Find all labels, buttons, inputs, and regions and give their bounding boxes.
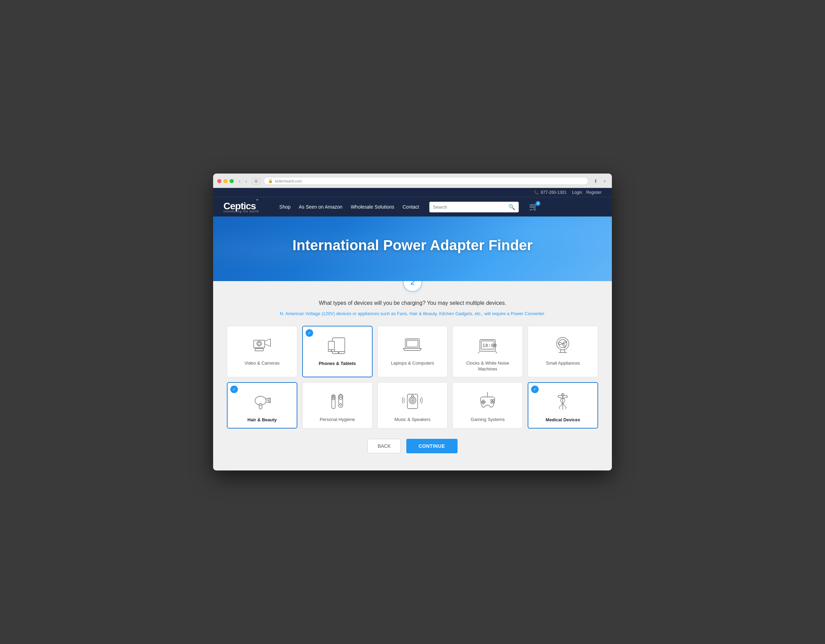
forward-button[interactable]: › bbox=[244, 178, 249, 185]
svg-point-43 bbox=[491, 402, 493, 403]
header-top-bar: 📞 877-260-1301 Login Register bbox=[213, 188, 612, 197]
svg-point-28 bbox=[333, 397, 334, 398]
gaming-systems-icon bbox=[476, 389, 500, 414]
nav-wholesale[interactable]: Wholesale Solutions bbox=[351, 204, 394, 210]
main-nav: Ceptics ✦ connecting the world Shop As S… bbox=[213, 197, 612, 216]
device-label-hair-beauty: Hair & Beauty bbox=[247, 417, 277, 423]
search-button[interactable]: 🔍 bbox=[508, 204, 515, 210]
search-input[interactable] bbox=[433, 204, 506, 210]
device-card-medical-devices[interactable]: ✓ bbox=[528, 382, 598, 429]
minimize-window-button[interactable] bbox=[224, 179, 227, 183]
small-appliances-icon bbox=[551, 333, 575, 357]
cart-button[interactable]: 🛒 0 bbox=[529, 202, 538, 212]
phone-number: 877-260-1301 bbox=[541, 190, 567, 195]
svg-rect-2 bbox=[255, 349, 263, 351]
nav-contact[interactable]: Contact bbox=[403, 204, 419, 210]
phones-tablets-check: ✓ bbox=[306, 329, 313, 337]
url-text: kellerheartt.com bbox=[275, 179, 302, 183]
back-button[interactable]: BACK bbox=[368, 439, 400, 453]
site-content: 📞 877-260-1301 Login Register Ceptics ✦ … bbox=[213, 188, 612, 471]
cart-badge: 0 bbox=[536, 201, 541, 206]
site-logo[interactable]: Ceptics ✦ connecting the world bbox=[224, 201, 259, 213]
device-label-video-cameras: Video & Cameras bbox=[245, 360, 280, 366]
svg-rect-40 bbox=[481, 402, 485, 403]
tab-view-button[interactable]: ⊞ bbox=[252, 178, 260, 185]
browser-actions: ⬆ + bbox=[592, 178, 608, 185]
device-label-laptops-computers: Laptops & Computers bbox=[391, 360, 434, 366]
action-buttons: BACK CONTINUE bbox=[227, 439, 598, 453]
personal-hygiene-icon bbox=[325, 389, 349, 414]
laptops-computers-icon bbox=[400, 333, 425, 357]
back-button[interactable]: ‹ bbox=[237, 178, 243, 185]
device-label-personal-hygiene: Personal Hygiene bbox=[320, 417, 355, 423]
login-link[interactable]: Login bbox=[572, 190, 582, 195]
svg-point-36 bbox=[411, 398, 414, 402]
svg-rect-24 bbox=[259, 403, 262, 409]
device-card-clocks[interactable]: 10:00 Clocks & White Noise Machines bbox=[453, 326, 523, 377]
svg-marker-1 bbox=[265, 339, 270, 346]
browser-window: ‹ › ⊞ 🔒 kellerheartt.com ⬆ + 📞 877-260-1… bbox=[213, 173, 612, 471]
voltage-notice: N. American Voltage (120V) devices or ap… bbox=[227, 311, 598, 316]
svg-rect-21 bbox=[561, 350, 565, 352]
share-button[interactable]: ⬆ bbox=[592, 178, 599, 185]
hero-section: International Power Adapter Finder bbox=[213, 216, 612, 281]
svg-point-4 bbox=[258, 342, 261, 345]
svg-point-41 bbox=[491, 400, 493, 402]
svg-point-23 bbox=[255, 396, 266, 405]
nav-shop[interactable]: Shop bbox=[280, 204, 291, 210]
device-grid: Video & Cameras ✓ bbox=[227, 326, 598, 429]
device-label-small-appliances: Small Appliances bbox=[546, 360, 580, 366]
address-bar: 🔒 kellerheartt.com bbox=[264, 177, 588, 185]
phone-icon: 📞 bbox=[534, 190, 539, 195]
device-card-music-speakers[interactable]: Music & Speakers bbox=[377, 382, 448, 429]
svg-line-17 bbox=[478, 351, 480, 353]
logo-star: ✦ bbox=[256, 198, 258, 202]
close-window-button[interactable] bbox=[217, 179, 221, 183]
device-label-gaming-systems: Gaming Systems bbox=[471, 417, 505, 423]
device-card-gaming-systems[interactable]: Gaming Systems bbox=[453, 382, 523, 429]
logo-sub: connecting the world bbox=[224, 210, 259, 213]
site-header: 📞 877-260-1301 Login Register Ceptics ✦ … bbox=[213, 188, 612, 216]
svg-point-35 bbox=[409, 397, 416, 404]
svg-line-18 bbox=[495, 351, 497, 353]
lock-icon: 🔒 bbox=[268, 179, 273, 183]
device-card-small-appliances[interactable]: Small Appliances bbox=[528, 326, 598, 377]
device-label-medical-devices: Medical Devices bbox=[545, 417, 580, 423]
svg-point-7 bbox=[338, 352, 339, 353]
header-links: Login Register bbox=[572, 190, 601, 195]
search-bar: 🔍 bbox=[429, 202, 519, 212]
device-card-laptops-computers[interactable]: Laptops & Computers bbox=[377, 326, 448, 377]
device-card-hair-beauty[interactable]: ✓ Hair bbox=[227, 382, 297, 429]
maximize-window-button[interactable] bbox=[230, 179, 234, 183]
device-card-personal-hygiene[interactable]: Personal Hygiene bbox=[302, 382, 372, 429]
continue-button[interactable]: CONTINUE bbox=[406, 439, 457, 453]
clocks-icon: 10:00 bbox=[476, 333, 500, 357]
svg-point-42 bbox=[493, 400, 494, 402]
device-label-phones-tablets: Phones & Tablets bbox=[319, 361, 356, 367]
medical-devices-check: ✓ bbox=[531, 386, 539, 393]
svg-point-3 bbox=[257, 341, 262, 346]
device-label-clocks: Clocks & White Noise Machines bbox=[457, 360, 518, 372]
new-tab-button[interactable]: + bbox=[601, 178, 608, 185]
svg-rect-12 bbox=[407, 340, 418, 347]
hair-beauty-icon bbox=[250, 390, 274, 414]
video-cameras-icon bbox=[250, 333, 274, 357]
svg-point-37 bbox=[412, 400, 413, 401]
step-question: What types of devices will you be chargi… bbox=[227, 300, 598, 306]
hair-beauty-check: ✓ bbox=[230, 386, 238, 393]
svg-rect-39 bbox=[483, 400, 484, 404]
nav-amazon[interactable]: As Seen on Amazon bbox=[299, 204, 342, 210]
browser-chrome: ‹ › ⊞ 🔒 kellerheartt.com ⬆ + bbox=[213, 173, 612, 188]
register-link[interactable]: Register bbox=[586, 190, 601, 195]
phones-tablets-icon bbox=[325, 334, 349, 357]
phone-area: 📞 877-260-1301 bbox=[534, 190, 567, 195]
svg-text:10:00: 10:00 bbox=[482, 343, 497, 348]
step-section: 2 What types of devices will you be char… bbox=[213, 281, 612, 471]
svg-point-27 bbox=[333, 395, 334, 396]
device-card-video-cameras[interactable]: Video & Cameras bbox=[227, 326, 297, 377]
svg-point-33 bbox=[340, 403, 342, 406]
svg-rect-34 bbox=[407, 394, 418, 409]
device-card-phones-tablets[interactable]: ✓ Phones & Tablets bbox=[302, 326, 372, 377]
traffic-lights bbox=[217, 179, 234, 183]
browser-navigation: ‹ › bbox=[237, 178, 249, 185]
